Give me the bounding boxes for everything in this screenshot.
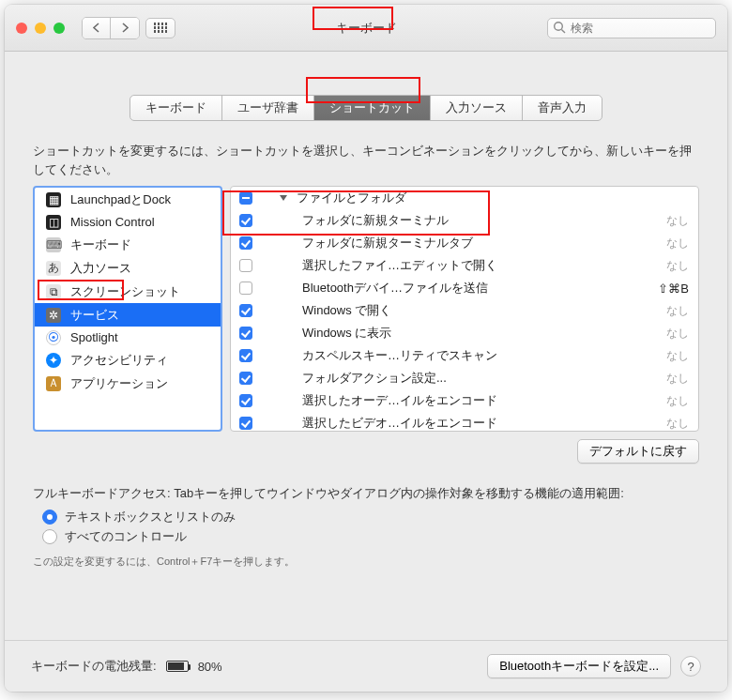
category-label: Mission Control — [70, 215, 155, 229]
checkbox[interactable] — [239, 349, 252, 362]
shortcut-key[interactable]: なし — [666, 416, 689, 432]
checkbox[interactable] — [239, 236, 252, 250]
instruction-text: ショートカットを変更するには、ショートカットを選択し、キーコンビネーションをクリ… — [33, 142, 699, 178]
category-launchpad-dock[interactable]: ▦LaunchpadとDock — [35, 188, 221, 211]
checkbox[interactable] — [239, 394, 252, 407]
category-accessibility[interactable]: ✦アクセシビリティ — [35, 348, 221, 372]
battery-value: 80% — [198, 660, 222, 674]
shortcut-label: Windows に表示 — [302, 325, 657, 342]
group-label: ファイルとフォルダ — [297, 190, 689, 206]
checkbox[interactable] — [239, 259, 252, 272]
category-list[interactable]: ▦LaunchpadとDock ◫Mission Control ⌨キーボード … — [33, 186, 222, 432]
restore-defaults-button[interactable]: デフォルトに戻す — [577, 439, 699, 464]
checkbox[interactable] — [239, 282, 252, 295]
shortcut-key[interactable]: なし — [666, 348, 689, 364]
battery-label: キーボードの電池残量: — [31, 658, 157, 675]
category-keyboard[interactable]: ⌨キーボード — [35, 233, 221, 256]
checkbox[interactable] — [239, 304, 252, 317]
shortcut-list[interactable]: ファイルとフォルダ フォルダに新規ターミナルなし フォルダに新規ターミナルタブな… — [230, 186, 699, 432]
screenshot-icon: ⧉ — [46, 284, 61, 299]
shortcut-key[interactable]: ⇧⌘B — [658, 282, 689, 296]
gear-icon: ✲ — [46, 308, 61, 323]
shortcut-label: 選択したファイ…エディットで開く — [302, 257, 657, 274]
category-label: サービス — [70, 307, 119, 324]
shortcut-row[interactable]: フォルダに新規ターミナルタブなし — [231, 232, 698, 254]
radio-button[interactable] — [42, 529, 57, 544]
shortcut-key[interactable]: なし — [666, 236, 689, 251]
fka-option-all-controls[interactable]: すべてのコントロール — [42, 528, 699, 545]
shortcut-label: フォルダに新規ターミナル — [302, 212, 657, 229]
tab-input-sources[interactable]: 入力ソース — [431, 96, 523, 120]
window-zoom-button[interactable] — [53, 23, 65, 34]
keyboard-icon: ⌨ — [46, 237, 61, 252]
shortcut-label: Bluetoothデバイ…ファイルを送信 — [302, 280, 648, 297]
disclosure-triangle-icon[interactable] — [280, 195, 287, 201]
svg-line-1 — [561, 29, 565, 33]
search-input[interactable] — [547, 18, 716, 38]
checkbox[interactable] — [239, 372, 252, 385]
show-all-prefs-button[interactable] — [145, 18, 175, 38]
window-minimize-button[interactable] — [35, 23, 46, 34]
category-input-sources[interactable]: あ入力ソース — [35, 256, 221, 280]
group-checkbox[interactable] — [239, 191, 252, 205]
launchpad-icon: ▦ — [46, 192, 61, 207]
tab-text[interactable]: ユーザ辞書 — [222, 96, 314, 120]
category-label: スクリーンショット — [70, 283, 180, 300]
chevron-left-icon — [92, 23, 100, 33]
shortcut-row[interactable]: フォルダに新規ターミナルなし — [231, 209, 698, 232]
category-services[interactable]: ✲サービス — [35, 303, 221, 327]
accessibility-icon: ✦ — [46, 353, 61, 368]
shortcut-label: 選択したビデオ…イルをエンコード — [302, 415, 657, 432]
shortcut-key[interactable]: なし — [666, 326, 689, 342]
fka-option-text-and-lists[interactable]: テキストボックスとリストのみ — [42, 509, 699, 525]
tab-dictation[interactable]: 音声入力 — [523, 96, 602, 120]
shortcut-row[interactable]: Windows で開くなし — [231, 299, 698, 322]
tab-keyboard[interactable]: キーボード — [130, 96, 222, 120]
radio-button[interactable] — [42, 510, 57, 525]
window-close-button[interactable] — [16, 23, 27, 34]
mission-control-icon: ◫ — [46, 215, 61, 230]
bluetooth-keyboard-setup-button[interactable]: Bluetoothキーボードを設定... — [487, 654, 671, 678]
category-label: アクセシビリティ — [70, 352, 168, 369]
category-label: 入力ソース — [70, 260, 131, 277]
category-mission-control[interactable]: ◫Mission Control — [35, 211, 221, 233]
radio-label: すべてのコントロール — [65, 528, 187, 545]
category-spotlight[interactable]: ⦿Spotlight — [35, 327, 221, 348]
shortcut-row[interactable]: 選択したファイ…エディットで開くなし — [231, 254, 698, 277]
grid-icon — [154, 23, 168, 33]
shortcut-key[interactable]: なし — [666, 393, 689, 409]
shortcut-key[interactable]: なし — [666, 303, 689, 319]
shortcut-group-row[interactable]: ファイルとフォルダ — [231, 187, 698, 209]
forward-button[interactable] — [111, 18, 139, 38]
shortcut-row[interactable]: フォルダアクション設定...なし — [231, 367, 698, 389]
app-icon: Ａ — [46, 376, 61, 391]
category-label: アプリケーション — [70, 375, 168, 392]
category-app-shortcuts[interactable]: Ａアプリケーション — [35, 372, 221, 395]
category-screenshot[interactable]: ⧉スクリーンショット — [35, 280, 221, 303]
shortcut-row[interactable]: カスペルスキー…リティでスキャンなし — [231, 344, 698, 367]
shortcut-key[interactable]: なし — [666, 213, 689, 229]
help-button[interactable]: ? — [680, 656, 701, 677]
tab-shortcuts[interactable]: ショートカット — [314, 96, 431, 120]
category-label: Spotlight — [70, 330, 118, 344]
input-sources-icon: あ — [46, 261, 61, 276]
category-label: LaunchpadとDock — [70, 191, 171, 208]
checkbox[interactable] — [239, 214, 252, 227]
shortcut-row[interactable]: 選択したオーデ…イルをエンコードなし — [231, 389, 698, 412]
shortcut-row[interactable]: Bluetoothデバイ…ファイルを送信⇧⌘B — [231, 277, 698, 299]
radio-label: テキストボックスとリストのみ — [65, 509, 236, 525]
checkbox[interactable] — [239, 417, 252, 430]
window-title: キーボード — [325, 17, 408, 39]
checkbox[interactable] — [239, 327, 252, 340]
full-keyboard-access-desc: フルキーボードアクセス: Tabキーを押してウインドウやダイアログ内の操作対象を… — [33, 484, 699, 503]
shortcut-key[interactable]: なし — [666, 258, 689, 274]
back-button[interactable] — [83, 18, 111, 38]
shortcut-row[interactable]: Windows に表示なし — [231, 322, 698, 344]
shortcut-label: フォルダアクション設定... — [302, 370, 657, 387]
shortcut-row[interactable]: 選択したビデオ…イルをエンコードなし — [231, 412, 698, 432]
spotlight-icon: ⦿ — [46, 330, 61, 345]
shortcut-key[interactable]: なし — [666, 371, 689, 387]
shortcut-label: 選択したオーデ…イルをエンコード — [302, 392, 657, 409]
chevron-right-icon — [121, 23, 130, 33]
shortcut-label: フォルダに新規ターミナルタブ — [302, 235, 657, 251]
